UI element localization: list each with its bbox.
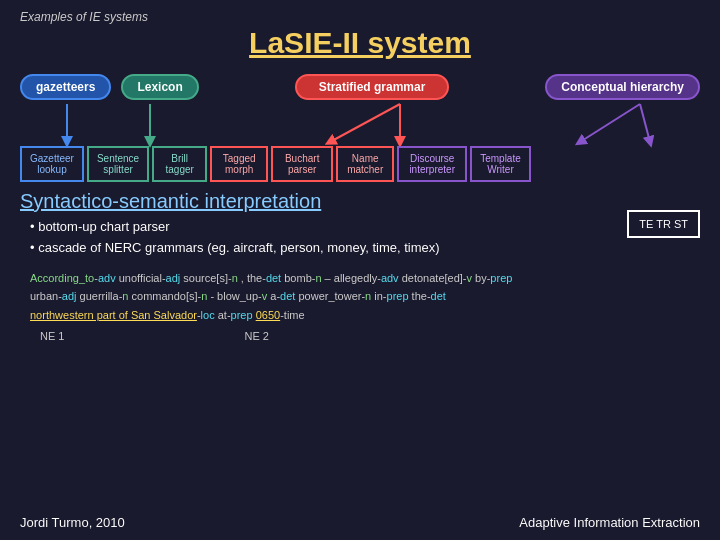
- svg-line-10: [640, 104, 650, 142]
- nlp-section: According_to-adv unofficial-adj source[s…: [20, 269, 700, 346]
- box-brill-tagger: Brilltagger: [152, 146, 207, 182]
- page-title: LaSIE-II system: [20, 26, 700, 60]
- slide: Examples of IE systems LaSIE-II system g…: [0, 0, 720, 540]
- box-sentence-splitter: Sentencesplitter: [87, 146, 149, 182]
- footer-right: Adaptive Information Extraction: [519, 515, 700, 530]
- ne2-text: 0650: [256, 309, 280, 321]
- subtitle-label: Examples of IE systems: [20, 10, 700, 24]
- diagram-area: gazetteers Lexicon Stratified grammar Co…: [20, 74, 700, 184]
- ne1-text: northwestern part of San Salvador: [30, 309, 197, 321]
- bullet-2: • cascade of NERC grammars (eg. aircraft…: [30, 238, 617, 259]
- box-template-writer: TemplateWriter: [470, 146, 531, 182]
- nlp-text-line3: northwestern part of San Salvador-loc at…: [30, 306, 690, 325]
- ne2-label: NE 2: [244, 327, 268, 346]
- nlp-text-line2: urban-adj guerrilla-n commando[s]-n - bl…: [30, 287, 690, 306]
- box-buchart-parser: Buchartparser: [271, 146, 333, 182]
- syntactico-section: Syntactico-semantic interpretation • bot…: [20, 190, 700, 259]
- bullet-1: • bottom-up chart parser: [30, 217, 617, 238]
- svg-line-7: [330, 104, 400, 142]
- footer: Jordi Turmo, 2010 Adaptive Information E…: [20, 515, 700, 530]
- box-discourse-interpreter: Discourseinterpreter: [397, 146, 467, 182]
- token-according: According_to: [30, 272, 94, 284]
- syntactico-title: Syntactico-semantic interpretation: [20, 190, 617, 213]
- nlp-text-line1: According_to-adv unofficial-adj source[s…: [30, 269, 690, 288]
- svg-line-9: [580, 104, 640, 142]
- box-tagged-morph: Taggedmorph: [210, 146, 268, 182]
- box-name-matcher: Namematcher: [336, 146, 394, 182]
- syntactico-text: Syntactico-semantic interpretation • bot…: [20, 190, 617, 259]
- ne-labels-row: NE 1 NE 2: [30, 327, 690, 346]
- box-gazetteer-lookup: Gazetteerlookup: [20, 146, 84, 182]
- footer-left: Jordi Turmo, 2010: [20, 515, 125, 530]
- ne1-label: NE 1: [40, 327, 64, 346]
- te-tr-st-badge: TE TR ST: [627, 210, 700, 238]
